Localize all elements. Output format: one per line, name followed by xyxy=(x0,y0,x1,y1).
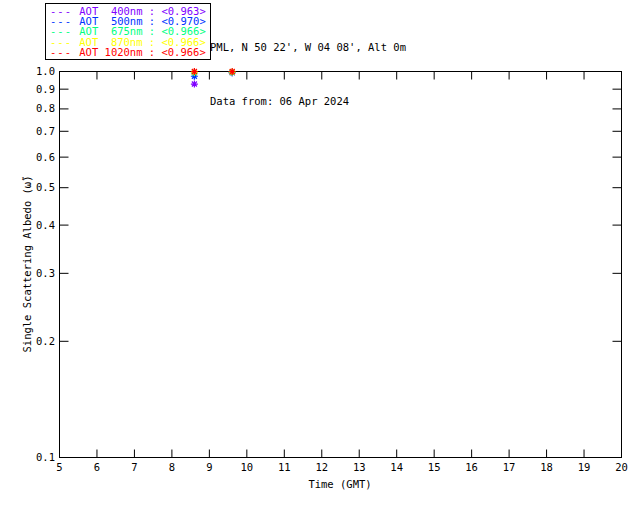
x-tick-label: 19 xyxy=(567,462,601,473)
x-tick-label: 14 xyxy=(380,462,414,473)
data-marker-aot-1020nm xyxy=(191,68,198,75)
x-tick-label: 17 xyxy=(492,462,526,473)
plot-canvas: --- AOT 400nm : <0.963>--- AOT 500nm : <… xyxy=(0,0,640,512)
x-tick-label: 16 xyxy=(455,462,489,473)
y-tick-label: 0.8 xyxy=(0,103,55,114)
y-tick-label: 0.7 xyxy=(0,126,55,137)
data-marker-aot-400nm xyxy=(191,81,198,88)
y-tick-label: 1.0 xyxy=(0,66,55,77)
x-tick-label: 9 xyxy=(192,462,226,473)
x-tick-label: 20 xyxy=(605,462,639,473)
x-tick-label: 5 xyxy=(43,462,77,473)
data-date: Data from: 06 Apr 2024 xyxy=(210,92,406,110)
x-tick-label: 15 xyxy=(417,462,451,473)
x-axis-title: Time (GMT) xyxy=(308,478,371,490)
x-tick-label: 10 xyxy=(230,462,264,473)
x-tick-label: 6 xyxy=(80,462,114,473)
legend-item: --- AOT 1020nm : <0.966> xyxy=(50,47,206,57)
legend-box: --- AOT 400nm : <0.963>--- AOT 500nm : <… xyxy=(45,3,211,60)
x-tick-label: 7 xyxy=(117,462,151,473)
x-tick-label: 13 xyxy=(342,462,376,473)
y-axis-title: Single Scattering Albedo (ω̃) xyxy=(21,175,33,352)
legend-item-label: AOT 1020nm : <0.966> xyxy=(79,46,205,58)
y-tick-label: 0.9 xyxy=(0,84,55,95)
station-title: PML, N 50 22', W 04 08', Alt 0m xyxy=(210,38,406,56)
x-tick-label: 12 xyxy=(305,462,339,473)
x-tick-label: 18 xyxy=(530,462,564,473)
x-tick-label: 8 xyxy=(155,462,189,473)
legend-line-sample: --- xyxy=(50,46,79,58)
station-header: PML, N 50 22', W 04 08', Alt 0m Data fro… xyxy=(210,2,406,146)
x-tick-label: 11 xyxy=(267,462,301,473)
y-tick-label: 0.6 xyxy=(0,152,55,163)
